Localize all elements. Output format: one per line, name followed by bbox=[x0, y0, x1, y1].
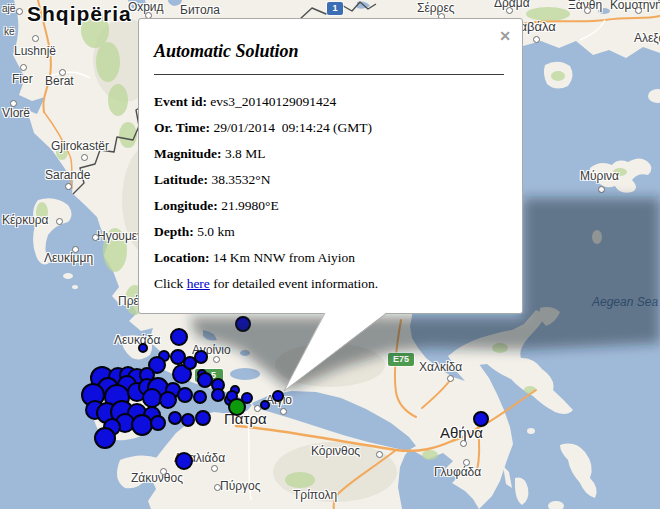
event-field-value: 29/01/2014 09:14:24 (GMT) bbox=[210, 120, 372, 135]
event-field: Location: 14 Km NNW from Aiyion bbox=[154, 245, 504, 271]
earthquake-marker[interactable] bbox=[473, 411, 489, 427]
event-field-label: Or. Time: bbox=[154, 120, 210, 135]
title-divider bbox=[154, 74, 504, 75]
earthquake-marker[interactable] bbox=[170, 328, 188, 346]
earthquake-marker[interactable] bbox=[94, 427, 116, 449]
event-fields: Event id: evs3_20140129091424Or. Time: 2… bbox=[154, 89, 504, 271]
popup-title: Automatic Solution bbox=[154, 41, 504, 62]
event-field-value: 14 Km NNW from Aiyion bbox=[210, 250, 356, 265]
event-field: Or. Time: 29/01/2014 09:14:24 (GMT) bbox=[154, 115, 504, 141]
map-canvas[interactable]: ShqipëriaajëkëLushnjëFierBeratVlorëGjiro… bbox=[0, 0, 660, 509]
earthquake-marker-green[interactable] bbox=[228, 398, 246, 416]
earthquake-marker[interactable] bbox=[168, 411, 182, 425]
event-field-label: Location: bbox=[154, 250, 210, 265]
earthquake-marker[interactable] bbox=[260, 400, 270, 410]
earthquake-marker[interactable] bbox=[193, 390, 207, 404]
event-field: Event id: evs3_20140129091424 bbox=[154, 89, 504, 115]
earthquake-marker[interactable] bbox=[272, 390, 284, 402]
event-field-value: 38.3532°N bbox=[208, 172, 270, 187]
link-suffix: for detailed event information. bbox=[210, 276, 378, 291]
earthquake-marker[interactable] bbox=[138, 343, 148, 353]
event-field-label: Depth: bbox=[154, 224, 194, 239]
earthquake-marker[interactable] bbox=[181, 413, 195, 427]
event-field: Longitude: 21.9980°E bbox=[154, 193, 504, 219]
earthquake-marker[interactable] bbox=[211, 388, 225, 402]
event-field: Latitude: 38.3532°N bbox=[154, 167, 504, 193]
event-field-label: Longitude: bbox=[154, 198, 218, 213]
event-field-value: evs3_20140129091424 bbox=[207, 94, 336, 109]
info-window: Automatic Solution Event id: evs3_201401… bbox=[138, 18, 523, 314]
close-icon[interactable]: ✕ bbox=[499, 28, 511, 44]
event-field-value: 5.0 km bbox=[194, 224, 235, 239]
earthquake-marker[interactable] bbox=[150, 415, 166, 431]
earthquake-marker[interactable] bbox=[183, 356, 197, 370]
earthquake-marker[interactable] bbox=[195, 410, 211, 426]
link-prefix: Click bbox=[154, 276, 187, 291]
event-field: Depth: 5.0 km bbox=[154, 219, 504, 245]
event-field-label: Latitude: bbox=[154, 172, 208, 187]
earthquake-marker[interactable] bbox=[177, 387, 193, 403]
event-details-link[interactable]: here bbox=[187, 276, 210, 291]
event-field-label: Magnitude: bbox=[154, 146, 222, 161]
event-field-value: 21.9980°E bbox=[218, 198, 279, 213]
event-field-label: Event id: bbox=[154, 94, 207, 109]
earthquake-marker[interactable] bbox=[159, 391, 177, 409]
earthquake-marker[interactable] bbox=[175, 452, 193, 470]
event-link-line: Click here for detailed event informatio… bbox=[154, 271, 504, 297]
earthquake-marker[interactable] bbox=[235, 316, 251, 332]
event-field-value: 3.8 ML bbox=[222, 146, 266, 161]
event-field: Magnitude: 3.8 ML bbox=[154, 141, 504, 167]
